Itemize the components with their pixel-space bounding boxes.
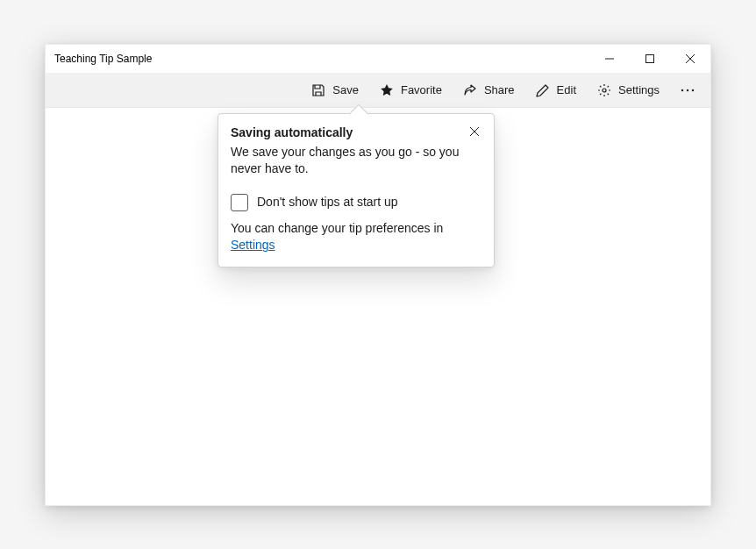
star-icon [380,83,394,97]
tip-checkbox[interactable] [231,194,248,211]
tip-footer: You can change your tip preferences in S… [231,220,481,254]
close-icon [686,54,695,63]
tip-settings-link[interactable]: Settings [231,238,275,252]
tip-title: Saving automatically [231,125,466,142]
svg-point-4 [603,89,606,92]
edit-button[interactable]: Edit [527,76,585,104]
app-window: Teaching Tip Sample Save Favorite Share [45,44,711,506]
maximize-icon [645,54,654,63]
edit-icon [536,83,550,97]
settings-button[interactable]: Settings [588,76,668,104]
share-icon [463,83,477,97]
teaching-tip: Saving automatically We save your change… [218,113,495,267]
more-icon [681,83,695,97]
minimize-button[interactable] [589,45,630,73]
maximize-button[interactable] [630,45,670,73]
share-label: Share [484,83,515,96]
edit-label: Edit [557,83,576,96]
tip-checkbox-row: Don't show tips at start up [231,194,481,211]
close-icon [470,127,479,136]
minimize-icon [605,54,614,63]
tip-close-button[interactable] [466,123,483,140]
favorite-label: Favorite [401,83,442,96]
svg-rect-1 [646,55,654,63]
more-button[interactable] [672,76,703,104]
favorite-button[interactable]: Favorite [371,76,451,104]
svg-point-6 [687,89,688,90]
svg-point-7 [692,89,694,90]
titlebar-controls [589,45,710,73]
command-bar: Save Favorite Share Edit Settings [46,73,710,108]
tip-subtitle: We save your changes as you go - so you … [231,144,481,178]
window-title: Teaching Tip Sample [54,53,589,65]
save-button[interactable]: Save [303,76,367,104]
tip-footer-text: You can change your tip preferences in [231,221,443,235]
gear-icon [597,83,611,97]
tip-checkbox-label: Don't show tips at start up [257,194,398,211]
save-label: Save [332,83,359,96]
save-icon [311,83,325,97]
titlebar: Teaching Tip Sample [46,45,710,73]
tip-header: Saving automatically [231,125,481,142]
svg-point-5 [681,89,683,90]
settings-label: Settings [618,83,660,96]
close-button[interactable] [670,45,710,73]
share-button[interactable]: Share [454,76,524,104]
